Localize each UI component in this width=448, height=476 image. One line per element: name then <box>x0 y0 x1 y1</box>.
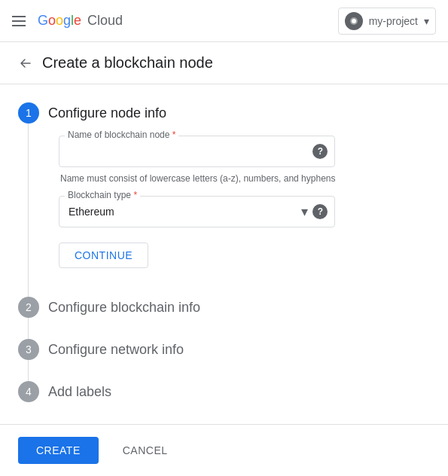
step-2-container: 2 Configure blockchain info <box>18 297 430 339</box>
main-content: 1 Configure node info Name of blockchain… <box>0 84 448 420</box>
node-name-wrapper: Name of blockchain node * ? <box>59 136 335 167</box>
step-3-number: 3 <box>18 339 39 360</box>
step-1-body: Name of blockchain node * ? Name must co… <box>18 124 430 297</box>
continue-button[interactable]: CONTINUE <box>59 243 148 268</box>
step-2-number: 2 <box>18 297 39 318</box>
step-1-header: 1 Configure node info <box>18 102 430 124</box>
node-name-hint: Name must consist of lowercase letters (… <box>59 173 335 184</box>
step-1-fields: Name of blockchain node * ? Name must co… <box>59 124 335 297</box>
step-1-title: Configure node info <box>48 105 166 121</box>
step-4-number: 4 <box>18 381 39 402</box>
step-4-title: Add labels <box>48 384 111 400</box>
navbar: Google Cloud my-project ▾ <box>0 0 448 42</box>
svg-rect-2 <box>12 25 26 26</box>
blockchain-type-label: Blockchain type * <box>65 190 140 200</box>
chevron-down-icon: ▾ <box>424 15 429 27</box>
step-3-container: 3 Configure network info <box>18 339 430 381</box>
step-3-line <box>28 360 29 381</box>
project-name: my-project <box>369 15 418 27</box>
svg-point-4 <box>352 19 356 23</box>
cloud-text: Cloud <box>87 13 123 29</box>
hamburger-icon[interactable] <box>12 16 26 26</box>
page-title: Create a blockchain node <box>42 54 213 72</box>
page-header: Create a blockchain node <box>0 42 448 84</box>
blockchain-type-wrapper: Blockchain type * Ethereum ▾ ? <box>59 196 335 227</box>
step-2-header: 2 Configure blockchain info <box>18 297 430 318</box>
step-2-title: Configure blockchain info <box>48 300 200 316</box>
google-logo: Google <box>38 13 81 29</box>
step-4-container: 4 Add labels <box>18 381 430 402</box>
step-3-title: Configure network info <box>48 342 184 358</box>
step-2-line <box>28 318 29 339</box>
step-1-container: 1 Configure node info Name of blockchain… <box>18 102 430 297</box>
back-arrow-icon[interactable] <box>18 56 33 71</box>
svg-rect-0 <box>12 16 26 17</box>
blockchain-type-help-icon[interactable]: ? <box>312 204 328 219</box>
cancel-button[interactable]: CANCEL <box>111 437 180 464</box>
action-bar: CREATE CANCEL <box>0 424 448 476</box>
svg-rect-1 <box>12 20 26 22</box>
project-selector[interactable]: my-project ▾ <box>338 8 436 35</box>
step-1-line <box>28 124 29 297</box>
step-1-number: 1 <box>18 102 39 124</box>
step-4-header: 4 Add labels <box>18 381 430 402</box>
node-name-label: Name of blockchain node * <box>65 130 178 140</box>
create-button[interactable]: CREATE <box>18 437 99 464</box>
step-3-header: 3 Configure network info <box>18 339 430 360</box>
node-name-help-icon[interactable]: ? <box>312 144 328 159</box>
google-cloud-logo: Google Cloud <box>38 13 123 29</box>
blockchain-type-select[interactable]: Ethereum <box>59 196 335 227</box>
node-name-input[interactable] <box>59 136 335 167</box>
avatar <box>345 12 363 30</box>
